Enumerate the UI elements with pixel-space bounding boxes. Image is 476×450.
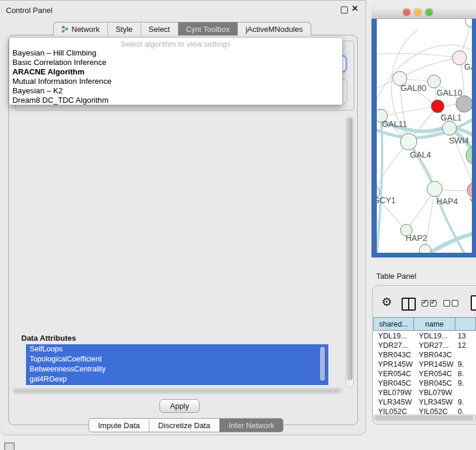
tab-impute-data-label: Impute Data	[98, 421, 140, 430]
node-swi4[interactable]	[442, 121, 457, 135]
node-salmon-right[interactable]	[467, 182, 472, 198]
column-header-partial[interactable]	[455, 317, 476, 331]
cell-name: YPR145W	[419, 360, 454, 369]
table-row[interactable]: YBR043C YBR043C	[373, 350, 476, 360]
cell-value: 9.	[458, 379, 464, 388]
gear-icon[interactable]: ⚙	[382, 296, 392, 308]
node-label-y-partial: Y	[470, 197, 472, 206]
node-label-gal4: GAL4	[410, 150, 431, 159]
node-green-right[interactable]	[466, 146, 472, 164]
unchecked-box-icon	[452, 300, 458, 306]
cell-value: 13	[458, 331, 466, 341]
tab-infer-network[interactable]: Infer Network	[220, 419, 283, 432]
list-item[interactable]: TopologicalCoefficient	[26, 354, 328, 364]
cell-name: YBL079W	[419, 388, 452, 397]
node-label-gal80: GAL80	[400, 83, 426, 93]
table-row[interactable]: YDR27... YDR27... 12	[373, 341, 476, 350]
node-unlabeled-bottom[interactable]	[419, 244, 431, 253]
show-checked-columns-icon[interactable]	[422, 300, 436, 306]
tab-network-label: Network	[71, 25, 100, 34]
cell-name: YDL19...	[419, 331, 448, 341]
list-item[interactable]: BetweennessCentrality	[26, 364, 328, 374]
zoom-traffic-light-icon[interactable]	[425, 8, 433, 16]
tab-cyni-toolbox[interactable]: Cyni Toolbox	[178, 22, 238, 35]
node-unlabeled-top[interactable]	[465, 19, 472, 27]
list-item[interactable]: gal4RGexp	[26, 374, 328, 384]
cell-name: YBR045C	[419, 379, 452, 388]
list-item[interactable]: SelfLoops	[26, 344, 328, 354]
close-icon[interactable]: ✕	[351, 4, 358, 13]
float-window-icon[interactable]	[341, 6, 348, 14]
cell-shared: YDL19...	[378, 331, 407, 341]
network-graph: GAL GAL80 GAL10 GAL1 GAL11 SWI4 GAL4 GCY…	[377, 19, 472, 253]
dropdown-item-dream8[interactable]: Dream8 DC_TDC Algorithm	[9, 96, 342, 105]
edge	[377, 53, 459, 58]
node-label-hap2: HAP2	[406, 233, 428, 243]
table-row[interactable]: YDL19... YDL19... 13	[373, 331, 476, 341]
node-gray[interactable]	[456, 96, 472, 112]
settings-scrollbar[interactable]	[345, 116, 354, 387]
cell-shared: YER054C	[378, 369, 411, 379]
control-panel-tabbar: Network Style Select Cyni Toolbox jActiv…	[53, 22, 311, 35]
tab-network[interactable]: Network	[54, 22, 108, 35]
table-horizontal-scrollbar-thumb[interactable]	[375, 416, 473, 420]
apply-button[interactable]: Apply	[159, 399, 200, 413]
document-icon[interactable]	[471, 295, 476, 311]
table-row[interactable]: YER054C YER054C 8.	[373, 369, 476, 379]
bottom-tabbar: Impute Data Discretize Data Infer Networ…	[89, 418, 283, 432]
node-gal10[interactable]	[428, 75, 441, 88]
tab-select[interactable]: Select	[141, 22, 178, 35]
dropdown-item-bayesian-hill-climbing[interactable]: Bayesian – Hill Climbing	[9, 48, 342, 58]
cell-name: YLR345W	[419, 397, 452, 407]
column-header-shared[interactable]: shared...	[373, 317, 414, 331]
cell-shared: YDR27...	[378, 341, 408, 350]
settings-horizontal-scrollbar[interactable]	[13, 388, 343, 394]
data-attributes-list[interactable]: SelfLoops TopologicalCoefficient Between…	[26, 344, 328, 385]
checked-box-icon	[430, 300, 436, 306]
edge	[381, 106, 438, 116]
tab-style[interactable]: Style	[108, 22, 141, 35]
network-view-window[interactable]: GAL GAL80 GAL10 GAL1 GAL11 SWI4 GAL4 GCY…	[371, 6, 476, 257]
data-attributes-label: Data Attributes	[21, 334, 76, 343]
network-canvas[interactable]: GAL GAL80 GAL10 GAL1 GAL11 SWI4 GAL4 GCY…	[377, 19, 472, 253]
table-row[interactable]: YPR145W YPR145W 9.	[373, 360, 476, 369]
node-label-gal10: GAL10	[436, 88, 462, 97]
settings-horizontal-scrollbar-thumb[interactable]	[14, 389, 340, 393]
node-hap4[interactable]	[427, 181, 442, 197]
tab-select-label: Select	[149, 25, 170, 34]
dropdown-item-aracne[interactable]: ARACNE Algorithm	[9, 67, 342, 77]
minimize-traffic-light-icon[interactable]	[414, 8, 422, 16]
cell-name: YBR043C	[419, 350, 452, 360]
dropdown-item-basic-correlation[interactable]: Basic Correlation Inference	[9, 58, 342, 67]
column-header-name[interactable]: name	[413, 317, 455, 331]
hide-columns-icon[interactable]	[444, 300, 458, 306]
tab-discretize-data[interactable]: Discretize Data	[149, 419, 220, 432]
node-label-gal1: GAL1	[441, 113, 462, 122]
table-row[interactable]: YBL079W YBL079W	[373, 388, 476, 397]
dropdown-item-bayesian-k2[interactable]: Bayesian – K2	[9, 86, 342, 96]
network-window-titlebar[interactable]	[371, 6, 476, 19]
table-horizontal-scrollbar[interactable]	[374, 415, 476, 421]
attribute-list-scrollbar[interactable]	[319, 346, 325, 383]
table-row[interactable]: YBR045C YBR045C 9.	[373, 379, 476, 388]
tab-discretize-data-label: Discretize Data	[158, 421, 210, 430]
cell-shared: YBL079W	[378, 388, 412, 397]
edge-highlighted	[427, 233, 472, 253]
algorithm-dropdown-popup: Select algorithm to view settings Bayesi…	[9, 37, 343, 105]
columns-icon[interactable]	[402, 298, 416, 311]
attribute-list-scrollbar-thumb[interactable]	[320, 347, 325, 381]
tab-cyni-toolbox-label: Cyni Toolbox	[186, 25, 230, 34]
close-traffic-light-icon[interactable]	[403, 8, 410, 16]
node-label-hap4: HAP4	[436, 197, 458, 206]
settings-scrollbar-thumb[interactable]	[347, 118, 353, 380]
table-row[interactable]: YLR345W YLR345W 9.	[373, 397, 476, 407]
node-gal4[interactable]	[400, 133, 417, 150]
node-gal1-selected[interactable]	[431, 100, 444, 113]
tab-jactivemnodules[interactable]: jActiveMNodules	[238, 22, 311, 35]
cell-shared: YBR045C	[378, 379, 411, 388]
tab-impute-data[interactable]: Impute Data	[89, 419, 149, 432]
checked-box-icon	[422, 300, 428, 306]
dropdown-item-mutual-information[interactable]: Mutual Information Inference	[9, 77, 342, 86]
dock-panel-icon[interactable]	[4, 442, 15, 450]
node-label-gal: GAL	[464, 62, 472, 71]
